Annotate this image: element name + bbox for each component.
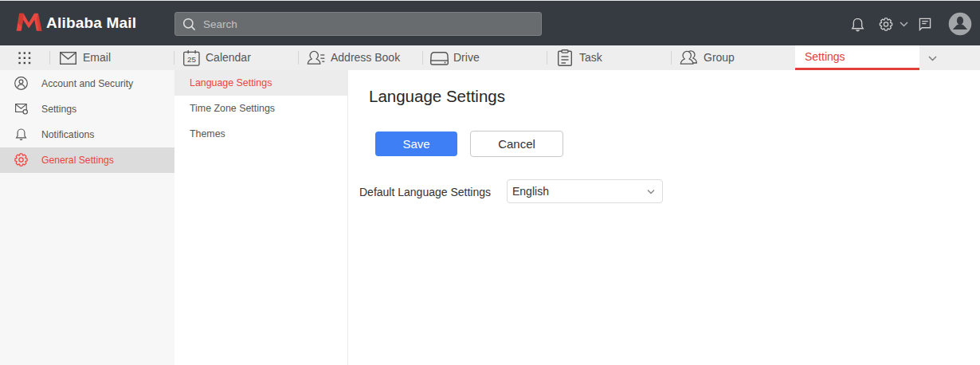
svg-text:25: 25 [187,55,196,64]
